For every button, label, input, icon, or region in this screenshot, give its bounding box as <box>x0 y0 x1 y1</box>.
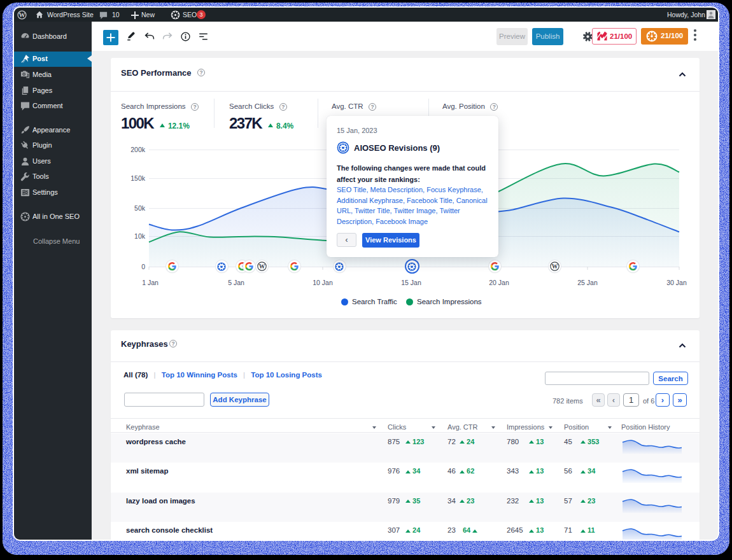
svg-text:W: W <box>18 11 25 18</box>
